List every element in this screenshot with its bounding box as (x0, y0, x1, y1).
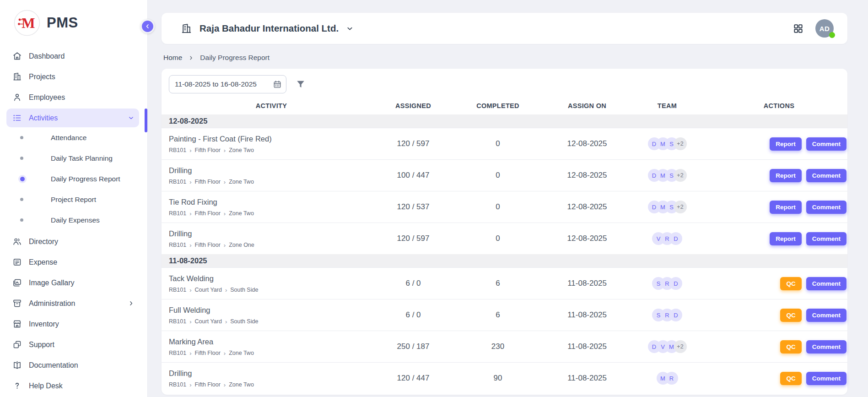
qc-button[interactable]: QC (780, 340, 801, 353)
chevron-right-icon (188, 55, 194, 61)
sidebar-collapse-button[interactable] (140, 19, 155, 33)
activity-cell: Marking Area RB101›Fifth Floor›Zone Two (162, 333, 381, 360)
path-segment: Zone Two (229, 350, 254, 356)
activity-path: RB101›Court Yard›South Side (169, 287, 377, 293)
team-avatars: VRD (624, 232, 711, 245)
sidebar-subitem-daily-task-planning[interactable]: Daily Task Planning (0, 148, 147, 169)
path-segment: RB101 (169, 147, 186, 153)
team-avatar[interactable]: D (669, 309, 682, 321)
team-avatar[interactable]: D (669, 232, 682, 245)
date-group-row: 11-08-2025 (162, 254, 847, 267)
main-content: Raja Bahadur International Ltd. AD Home … (148, 0, 868, 397)
sidebar-item-label: Expense (29, 258, 135, 266)
online-status-dot (829, 32, 835, 38)
filter-row (162, 69, 847, 97)
table-row: Drilling RB101›Fifth Floor›Zone Two 120 … (162, 362, 847, 394)
sidebar-item-image-gallary[interactable]: Image Gallary (6, 273, 139, 292)
sidebar-item-expense[interactable]: Expense (6, 253, 139, 272)
team-avatar[interactable]: +2 (674, 201, 687, 213)
sidebar-subitem-daily-expenses[interactable]: Daily Expenses (0, 210, 147, 230)
sidebar-subitem-daily-progress-report[interactable]: Daily Progress Report (0, 169, 147, 189)
cell-completed: 90 (445, 374, 550, 383)
store-icon (12, 319, 22, 329)
path-segment: Zone Two (229, 210, 254, 217)
comment-button[interactable]: Comment (806, 201, 846, 214)
sidebar-item-inventory[interactable]: Inventory (6, 315, 139, 333)
archive-box-icon (12, 299, 22, 308)
cell-assigned: 6 / 0 (381, 279, 445, 288)
cell-assigned: 120 / 597 (381, 139, 445, 148)
activity-title: Drilling (169, 229, 377, 238)
activity-cell: Drilling RB101›Fifth Floor›Zone Two (162, 365, 381, 392)
breadcrumb: Home Daily Progress Report (163, 54, 847, 62)
team-avatar[interactable]: +2 (674, 169, 687, 182)
sidebar-item-dashboard[interactable]: Dashboard (6, 47, 139, 65)
activity-path: RB101›Fifth Floor›Zone Two (169, 147, 377, 153)
cell-assigned: 120 / 447 (381, 374, 445, 383)
cell-assigned: 100 / 447 (381, 171, 445, 180)
breadcrumb-home-link[interactable]: Home (163, 54, 182, 62)
sidebar-item-employees[interactable]: Employees (6, 88, 139, 107)
cell-assign-on: 11-08-2025 (550, 279, 624, 288)
report-button[interactable]: Report (770, 169, 802, 182)
comment-button[interactable]: Comment (806, 340, 846, 353)
path-segment: Fifth Floor (195, 210, 221, 217)
sidebar-item-label: Directory (29, 238, 135, 246)
filter-button[interactable] (296, 79, 306, 89)
report-button[interactable]: Report (770, 232, 802, 245)
path-segment: Court Yard (195, 287, 222, 293)
report-button[interactable]: Report (770, 137, 802, 151)
team-avatar[interactable]: +2 (674, 340, 687, 353)
sidebar-item-activities[interactable]: Activities (6, 109, 139, 127)
path-segment: South Side (230, 318, 258, 325)
comment-button[interactable]: Comment (806, 309, 846, 322)
comment-button[interactable]: Comment (806, 232, 846, 245)
sidebar-subitem-project-report[interactable]: Project Report (0, 189, 147, 210)
sidebar-item-help-desk[interactable]: Help Desk (6, 376, 139, 395)
sidebar-item-label: Dashboard (29, 52, 135, 60)
book-icon (12, 360, 22, 370)
activity-path: RB101›Fifth Floor›Zone Two (169, 210, 377, 217)
path-segment: Fifth Floor (195, 350, 221, 356)
cell-completed: 0 (445, 171, 550, 180)
qc-button[interactable]: QC (780, 309, 801, 322)
team-avatar[interactable]: +2 (674, 137, 687, 150)
company-selector[interactable]: Raja Bahadur International Ltd. (181, 23, 354, 34)
cell-assign-on: 12-08-2025 (550, 202, 624, 212)
sidebar-item-label: Support (29, 341, 135, 349)
table-row: Drilling RB101›Fifth Floor›Zone One 120 … (162, 223, 847, 254)
sidebar-item-documentation[interactable]: Documentation (6, 356, 139, 375)
date-group-row: 12-08-2025 (162, 114, 847, 128)
comment-button[interactable]: Comment (806, 277, 846, 290)
sidebar-item-administration[interactable]: Administration (6, 294, 139, 313)
qc-button[interactable]: QC (780, 372, 801, 385)
activity-path: RB101›Fifth Floor›Zone Two (169, 350, 377, 356)
report-button[interactable]: Report (770, 201, 802, 214)
activity-cell: Tie Rod Fixing RB101›Fifth Floor›Zone Tw… (162, 194, 381, 220)
qc-button[interactable]: QC (780, 277, 801, 290)
sidebar-item-directory[interactable]: Directory (6, 232, 139, 251)
user-avatar[interactable]: AD (815, 19, 834, 38)
comment-button[interactable]: Comment (806, 372, 846, 385)
table-header-row: ACTIVITY ASSIGNED COMPLETED ASSIGN ON TE… (162, 97, 847, 114)
breadcrumb-current-page: Daily Progress Report (200, 54, 270, 62)
team-avatars: MR (624, 372, 711, 385)
comment-button[interactable]: Comment (806, 169, 846, 182)
column-header-completed: COMPLETED (445, 102, 550, 109)
path-segment: Fifth Floor (195, 381, 221, 388)
sidebar-item-support[interactable]: Support (6, 335, 139, 354)
team-avatar[interactable]: R (665, 372, 678, 385)
cell-completed: 0 (445, 139, 550, 148)
activity-cell: Tack Welding RB101›Court Yard›South Side (162, 270, 381, 297)
comment-button[interactable]: Comment (806, 137, 846, 151)
sidebar-item-projects[interactable]: Projects (6, 67, 139, 86)
table-body: 12-08-2025 Painting - First Coat (Fire R… (162, 114, 847, 394)
chevron-right-icon (128, 300, 135, 307)
activity-title: Drilling (169, 369, 377, 378)
sidebar-subitem-attendance[interactable]: Attendance (0, 127, 147, 148)
team-avatar[interactable]: D (669, 277, 682, 290)
cell-completed: 0 (445, 202, 550, 212)
svg-text:M: M (22, 15, 35, 31)
date-range-input[interactable] (169, 75, 286, 93)
apps-grid-button[interactable] (793, 23, 803, 34)
